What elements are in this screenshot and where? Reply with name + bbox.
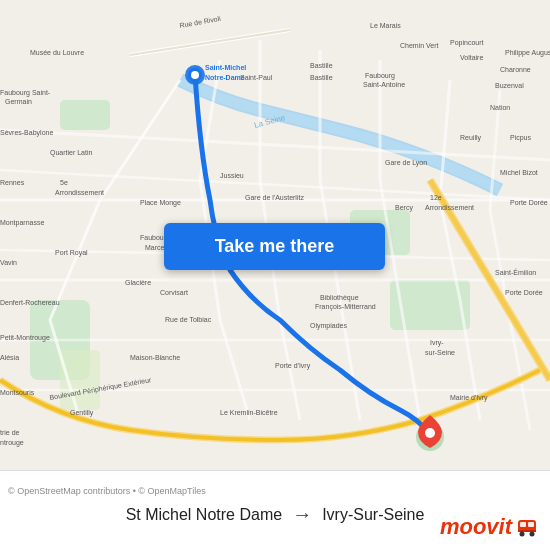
svg-text:Saint-Émilion: Saint-Émilion xyxy=(495,268,536,276)
svg-text:Faubourg: Faubourg xyxy=(365,72,395,80)
svg-text:Rennes: Rennes xyxy=(0,179,25,186)
svg-text:Alésia: Alésia xyxy=(0,354,19,361)
svg-point-73 xyxy=(425,428,435,438)
svg-text:Quartier Latin: Quartier Latin xyxy=(50,149,93,157)
copyright-text: © OpenStreetMap contributors • © OpenMap… xyxy=(8,486,206,496)
svg-text:Bastille: Bastille xyxy=(310,62,333,69)
svg-text:Glacière: Glacière xyxy=(125,279,151,286)
svg-point-69 xyxy=(191,71,199,79)
arrow-icon: → xyxy=(292,503,312,526)
svg-text:trie de: trie de xyxy=(0,429,20,436)
svg-text:Reuilly: Reuilly xyxy=(460,134,482,142)
svg-text:Porte Dorée: Porte Dorée xyxy=(505,289,543,296)
svg-text:sur-Seine: sur-Seine xyxy=(425,349,455,356)
svg-text:Montparnasse: Montparnasse xyxy=(0,219,44,227)
svg-text:Bercy: Bercy xyxy=(395,204,413,212)
svg-text:Gare de Lyon: Gare de Lyon xyxy=(385,159,427,167)
svg-rect-1 xyxy=(60,100,110,130)
svg-text:Porte Dorée: Porte Dorée xyxy=(510,199,548,206)
svg-point-79 xyxy=(530,532,535,537)
svg-text:Vavin: Vavin xyxy=(0,259,17,266)
svg-text:Michel Bizot: Michel Bizot xyxy=(500,169,538,176)
svg-text:Place Monge: Place Monge xyxy=(140,199,181,207)
svg-text:Denfert-Rochereau: Denfert-Rochereau xyxy=(0,299,60,306)
svg-text:Philippe Auguste: Philippe Auguste xyxy=(505,49,550,57)
svg-text:Arrondissement: Arrondissement xyxy=(55,189,104,196)
svg-text:Musée du Louvre: Musée du Louvre xyxy=(30,49,84,56)
svg-text:Notre-Dame: Notre-Dame xyxy=(205,74,245,81)
svg-rect-77 xyxy=(518,530,536,532)
svg-text:Voltaire: Voltaire xyxy=(460,54,483,61)
svg-text:Charonne: Charonne xyxy=(500,66,531,73)
svg-text:Bibliothèque: Bibliothèque xyxy=(320,294,359,302)
svg-text:Faubourg Saint-: Faubourg Saint- xyxy=(0,89,51,97)
moovit-bus-icon xyxy=(516,516,538,538)
svg-text:Sèvres-Babylone: Sèvres-Babylone xyxy=(0,129,53,137)
svg-text:Jussieu: Jussieu xyxy=(220,172,244,179)
svg-text:ntrouge: ntrouge xyxy=(0,439,24,447)
svg-text:Gentilly: Gentilly xyxy=(70,409,94,417)
origin-label: St Michel Notre Dame xyxy=(126,506,283,524)
destination-label: Ivry-Sur-Seine xyxy=(322,506,424,524)
svg-text:Saint-Michel: Saint-Michel xyxy=(205,64,246,71)
svg-text:Mairie d'Ivry: Mairie d'Ivry xyxy=(450,394,488,402)
svg-text:Popincourt: Popincourt xyxy=(450,39,484,47)
svg-text:Buzenval: Buzenval xyxy=(495,82,524,89)
svg-text:Le Kremlin-Bicêtre: Le Kremlin-Bicêtre xyxy=(220,409,278,416)
take-me-there-button[interactable]: Take me there xyxy=(164,223,385,270)
svg-text:Maison-Blanche: Maison-Blanche xyxy=(130,354,180,361)
svg-rect-75 xyxy=(520,522,526,527)
svg-text:Picpus: Picpus xyxy=(510,134,532,142)
svg-text:Bastille: Bastille xyxy=(310,74,333,81)
svg-text:Montsouris: Montsouris xyxy=(0,389,35,396)
svg-text:5e: 5e xyxy=(60,179,68,186)
svg-text:Arrondissement: Arrondissement xyxy=(425,204,474,211)
svg-text:Port Royal: Port Royal xyxy=(55,249,88,257)
svg-rect-4 xyxy=(60,350,100,410)
svg-text:Petit-Montrouge: Petit-Montrouge xyxy=(0,334,50,342)
moovit-logo: moovit xyxy=(440,514,538,540)
svg-text:Nation: Nation xyxy=(490,104,510,111)
svg-text:Rue de Tolbiac: Rue de Tolbiac xyxy=(165,316,212,323)
svg-text:Le Marais: Le Marais xyxy=(370,22,401,29)
svg-text:Olympiades: Olympiades xyxy=(310,322,347,330)
svg-text:François-Mitterrand: François-Mitterrand xyxy=(315,303,376,311)
svg-text:Ivry-: Ivry- xyxy=(430,339,444,347)
svg-rect-76 xyxy=(528,522,534,527)
svg-text:Saint-Antoine: Saint-Antoine xyxy=(363,81,405,88)
svg-text:Gare de l'Austerlitz: Gare de l'Austerlitz xyxy=(245,194,304,201)
svg-text:12e: 12e xyxy=(430,194,442,201)
svg-point-78 xyxy=(520,532,525,537)
svg-text:Saint-Paul: Saint-Paul xyxy=(240,74,273,81)
footer: © OpenStreetMap contributors • © OpenMap… xyxy=(0,470,550,550)
svg-text:Germain: Germain xyxy=(5,98,32,105)
map-container: Rue de Rivoli Le Marais Musée du Louvre … xyxy=(0,0,550,470)
svg-text:Chemin Vert: Chemin Vert xyxy=(400,42,439,49)
moovit-label: moovit xyxy=(440,514,512,540)
svg-text:Porte d'Ivry: Porte d'Ivry xyxy=(275,362,311,370)
svg-text:Corvisart: Corvisart xyxy=(160,289,188,296)
